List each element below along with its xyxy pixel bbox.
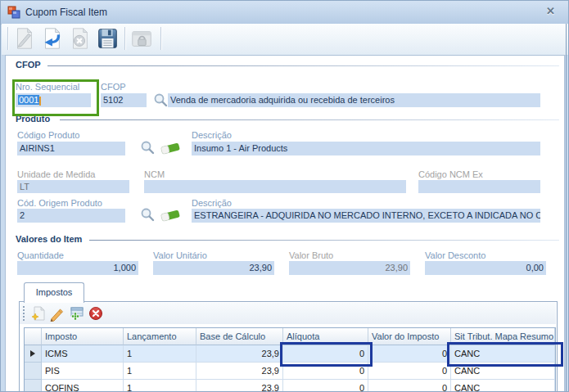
quantidade-label: Quantidade [17,250,64,260]
search-icon[interactable] [153,92,168,110]
cell-lancamento[interactable]: 1 [124,345,196,363]
search-icon[interactable] [140,140,155,158]
codigo-ncm-ex-field[interactable] [418,180,540,193]
cell-imposto[interactable]: PIS [42,363,124,380]
window-titlebar: Cupom Fiscal Item ✕ [1,1,568,25]
cfop-descricao-field[interactable]: Venda de mercadoria adquirida ou recebid… [168,93,540,107]
cell-lancamento[interactable]: 1 [124,380,196,392]
eraser-icon[interactable] [160,141,181,158]
row-selector-cell [25,363,42,380]
table-row: COFINS 1 23,9 0 0 CANC [25,380,555,392]
tab-impostos[interactable]: Impostos [24,282,84,303]
valor-unitario-label: Valor Unitário [153,250,207,260]
descricao-origem-label: Descrição [192,198,232,208]
window-title: Cupom Fiscal Item [25,7,107,18]
col-header-lancamento[interactable]: Lançamento [124,328,196,345]
new-record-icon[interactable] [30,305,47,322]
codigo-produto-input[interactable]: AIRINS1 [17,142,125,155]
col-header-valor-imposto[interactable]: Valor do Imposto [368,328,451,345]
window-border-line [566,24,567,392]
valor-desconto-label: Valor Desconto [425,250,485,260]
cell-lancamento[interactable]: 1 [124,363,196,380]
valor-bruto-label: Valor Bruto [289,250,333,260]
section-divider [89,240,559,241]
save-icon[interactable] [95,26,120,51]
return-icon[interactable] [39,26,64,51]
codigo-ncm-ex-label: Código NCM Ex [418,169,483,179]
cod-origem-produto-input[interactable]: 2 [17,209,125,223]
app-icon [7,6,20,22]
cfop-section-title: CFOP [16,60,41,70]
unidade-medida-field[interactable]: LT [17,180,129,193]
cell-base-calculo[interactable]: 23,9 [196,345,283,363]
codigo-produto-label: Código Produto [17,130,79,140]
edit-icon[interactable] [11,26,36,51]
cfop-label: CFOP [101,82,126,92]
cell-base-calculo[interactable]: 23,9 [196,363,283,380]
cell-valor-imposto[interactable]: 0 [368,345,451,363]
cell-imposto[interactable]: ICMS [42,345,124,363]
cancel-icon[interactable] [67,26,92,51]
cfop-input[interactable]: 5102 [101,93,147,107]
cod-origem-produto-label: Cód. Origem Produto [17,198,102,208]
ncm-label: NCM [144,169,165,179]
section-divider [60,119,559,120]
eraser-icon[interactable] [160,208,181,225]
col-header-base-calculo[interactable]: Base de Cálculo [196,328,283,345]
cell-aliquota[interactable]: 0 [283,380,368,392]
grid-corner-cell [25,328,42,345]
main-toolbar [2,24,569,56]
highlight-green-box [12,79,99,116]
search-icon[interactable] [140,207,155,225]
row-selector-cell [25,380,42,392]
close-icon[interactable]: ✕ [546,5,555,17]
valores-section-title: Valores do Item [16,234,82,244]
highlight-blue-box-aliquota [280,342,373,367]
delete-record-icon[interactable] [88,305,104,322]
descricao-produto-field[interactable]: Insumo 1 - Air Products [192,142,540,155]
ncm-field[interactable] [144,180,406,193]
toolbar-separator [124,27,126,50]
cell-valor-imposto[interactable]: 0 [368,363,451,380]
valor-desconto-field[interactable]: 0,00 [425,261,546,275]
cell-base-calculo[interactable]: 23,9 [196,380,283,392]
lock-icon[interactable] [129,26,154,51]
cell-sit-tribut[interactable]: CANC [451,380,555,392]
toolbar-grip[interactable] [22,305,25,322]
section-divider [47,65,559,66]
valor-bruto-field[interactable]: 23,90 [289,261,410,275]
toolbar-separator [7,27,9,50]
descricao-produto-label: Descrição [192,130,232,140]
unidade-medida-label: Unidade de Medida [17,169,95,179]
valor-unitario-field[interactable]: 23,90 [153,261,274,275]
add-row-icon[interactable] [68,305,84,322]
highlight-blue-box-sit-tribut [447,342,563,367]
cell-imposto[interactable]: COFINS [42,380,124,392]
cupom-fiscal-item-window: Cupom Fiscal Item ✕ [0,0,569,392]
toolbar-separator [160,27,162,50]
edit-record-icon[interactable] [49,305,65,322]
cell-valor-imposto[interactable]: 0 [368,380,451,392]
descricao-origem-field[interactable]: ESTRANGEIRA - ADQUIRIDA NO MERCADO INTER… [192,209,540,223]
col-header-imposto[interactable]: Imposto [42,328,124,345]
row-selector-arrow-icon [25,345,42,363]
quantidade-field[interactable]: 1,000 [17,261,138,275]
